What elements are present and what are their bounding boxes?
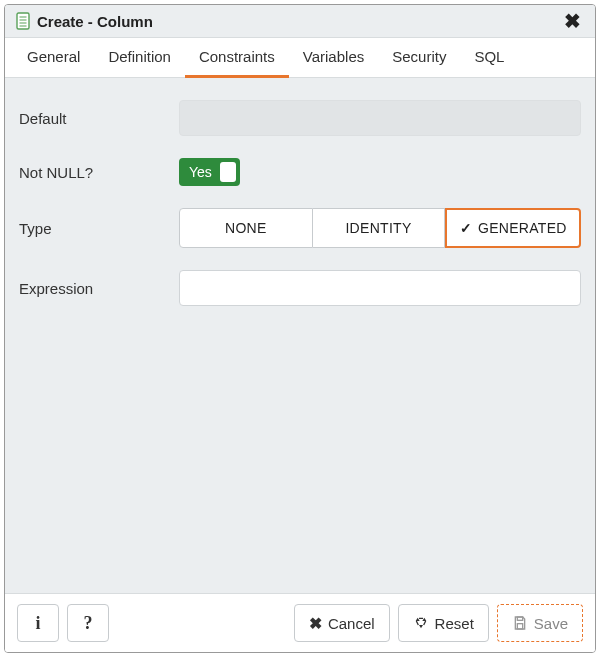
type-option-label: IDENTITY: [345, 220, 411, 236]
expression-label: Expression: [19, 280, 179, 297]
save-button[interactable]: Save: [497, 604, 583, 642]
dialog-title: Create - Column: [37, 13, 560, 30]
type-segmented: NONE IDENTITY ✓ GENERATED: [179, 208, 581, 248]
row-notnull: Not NULL? Yes: [19, 158, 581, 186]
check-icon: ✓: [460, 220, 472, 236]
save-icon: [512, 615, 528, 631]
column-icon: [15, 12, 31, 30]
toggle-text: Yes: [189, 164, 212, 180]
expression-input[interactable]: [179, 270, 581, 306]
type-option-label: GENERATED: [478, 220, 567, 236]
tab-security[interactable]: Security: [378, 38, 460, 78]
tab-definition[interactable]: Definition: [94, 38, 185, 78]
cancel-button[interactable]: ✖ Cancel: [294, 604, 390, 642]
reset-button[interactable]: Reset: [398, 604, 489, 642]
tab-sql[interactable]: SQL: [460, 38, 518, 78]
toggle-knob: [220, 162, 236, 182]
close-icon[interactable]: ✖: [560, 11, 585, 31]
svg-rect-0: [17, 13, 29, 29]
row-default: Default: [19, 100, 581, 136]
type-option-identity[interactable]: IDENTITY: [313, 208, 446, 248]
footer: i ? ✖ Cancel Reset: [5, 593, 595, 652]
row-expression: Expression: [19, 270, 581, 306]
create-column-dialog: Create - Column ✖ General Definition Con…: [4, 4, 596, 653]
titlebar: Create - Column ✖: [5, 5, 595, 38]
svg-rect-5: [517, 617, 522, 620]
tab-bar: General Definition Constraints Variables…: [5, 38, 595, 78]
cancel-label: Cancel: [328, 615, 375, 632]
tab-variables[interactable]: Variables: [289, 38, 378, 78]
type-option-label: NONE: [225, 220, 267, 236]
info-icon: i: [35, 613, 40, 634]
notnull-label: Not NULL?: [19, 164, 179, 181]
form-body: Default Not NULL? Yes Type NONE: [5, 78, 595, 593]
help-button[interactable]: ?: [67, 604, 109, 642]
type-option-generated[interactable]: ✓ GENERATED: [445, 208, 581, 248]
notnull-toggle[interactable]: Yes: [179, 158, 240, 186]
svg-rect-6: [517, 624, 522, 629]
reset-label: Reset: [435, 615, 474, 632]
type-label: Type: [19, 220, 179, 237]
close-icon: ✖: [309, 614, 322, 633]
default-input: [179, 100, 581, 136]
row-type: Type NONE IDENTITY ✓ GENERATED: [19, 208, 581, 248]
save-label: Save: [534, 615, 568, 632]
recycle-icon: [413, 615, 429, 631]
type-option-none[interactable]: NONE: [179, 208, 313, 248]
default-label: Default: [19, 110, 179, 127]
help-icon: ?: [84, 613, 93, 634]
info-button[interactable]: i: [17, 604, 59, 642]
tab-general[interactable]: General: [13, 38, 94, 78]
tab-constraints[interactable]: Constraints: [185, 38, 289, 78]
